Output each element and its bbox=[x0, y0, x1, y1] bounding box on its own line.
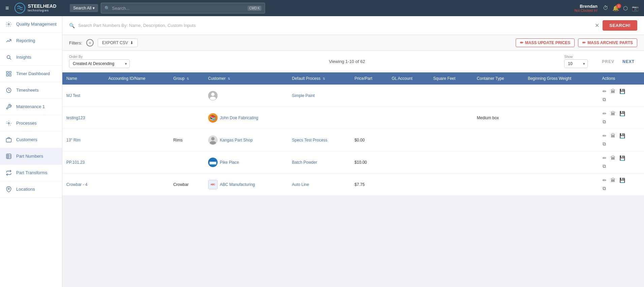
part-name-cell: MJ Test bbox=[62, 85, 104, 107]
customer-avatar: 📚 bbox=[208, 113, 218, 123]
container-type-cell bbox=[473, 85, 524, 107]
customer-link[interactable]: Kangas Part Shop bbox=[220, 138, 253, 142]
sidebar-item-part-transforms[interactable]: Part Transforms bbox=[0, 165, 62, 181]
copy-button[interactable]: ⧉ bbox=[602, 96, 607, 103]
hamburger-menu[interactable]: ≡ bbox=[5, 5, 9, 12]
square-feet-cell bbox=[429, 107, 473, 129]
part-name-link[interactable]: Crowbar - 4 bbox=[66, 182, 88, 187]
mass-update-prices-button[interactable]: ✏ MASS UPDATE PRICES bbox=[516, 38, 575, 47]
edit-button[interactable]: ✏ bbox=[602, 177, 607, 184]
actions-cell: ✏ 🏛 💾 ⧉ bbox=[598, 151, 644, 173]
bell-icon[interactable]: 🔔0 bbox=[612, 5, 619, 11]
save-button[interactable]: 💾 bbox=[619, 155, 626, 161]
svg-point-9 bbox=[8, 123, 10, 124]
customer-link[interactable]: ABC Manufacturing bbox=[220, 182, 255, 187]
archive-button[interactable]: 🏛 bbox=[610, 132, 616, 139]
data-table: Name Accounting ID/Name Group ⇅ Customer… bbox=[62, 72, 644, 287]
customer-avatar bbox=[208, 91, 218, 100]
controls-right: Show 10 25 50 100 PREV NEXT bbox=[564, 55, 637, 68]
export-csv-button[interactable]: EXPORT CSV ⬇ bbox=[98, 38, 138, 47]
search-scope-button[interactable]: Search All ▾ bbox=[70, 4, 98, 12]
part-search-input[interactable] bbox=[78, 23, 591, 28]
top-search-input[interactable] bbox=[112, 6, 248, 11]
copy-button[interactable]: ⧉ bbox=[602, 140, 607, 148]
svg-rect-21 bbox=[210, 160, 216, 162]
export-csv-label: EXPORT CSV bbox=[102, 40, 128, 45]
copy-button[interactable]: ⧉ bbox=[602, 163, 607, 170]
part-name-link[interactable]: 13" Rim bbox=[66, 138, 80, 142]
filters-label: Filters: bbox=[69, 40, 82, 45]
search-button[interactable]: SEARCH! bbox=[603, 20, 637, 31]
logo-icon bbox=[14, 3, 25, 13]
svg-rect-5 bbox=[9, 71, 11, 73]
col-square-feet: Square Feet bbox=[429, 72, 473, 85]
edit-button[interactable]: ✏ bbox=[602, 88, 607, 95]
sidebar-item-processes[interactable]: Processes bbox=[0, 115, 62, 132]
table-row: 13" Rim Rims Kangas Part Shop Specs Te bbox=[62, 129, 644, 151]
show-select[interactable]: 10 25 50 100 bbox=[564, 59, 588, 68]
save-button[interactable]: 💾 bbox=[619, 88, 626, 95]
copy-button[interactable]: ⧉ bbox=[602, 118, 607, 125]
wrench-icon bbox=[5, 103, 12, 110]
edit-button[interactable]: ✏ bbox=[602, 110, 607, 117]
part-name-link[interactable]: testing123 bbox=[66, 116, 85, 120]
camera-icon[interactable]: 📷 bbox=[632, 5, 639, 11]
save-button[interactable]: 💾 bbox=[619, 132, 626, 139]
sidebar-item-quality-management[interactable]: Quality Management bbox=[0, 16, 62, 33]
part-name-link[interactable]: MJ Test bbox=[66, 93, 80, 98]
svg-line-3 bbox=[10, 58, 11, 60]
customer-link[interactable]: Pike Place bbox=[220, 160, 239, 165]
archive-button[interactable]: 🏛 bbox=[610, 110, 616, 117]
sidebar-item-insights[interactable]: Insights bbox=[0, 49, 62, 66]
add-filter-button[interactable]: + bbox=[86, 39, 94, 46]
next-button[interactable]: NEXT bbox=[620, 58, 637, 65]
process-link[interactable]: Specs Test Process bbox=[292, 138, 327, 142]
edit-button[interactable]: ✏ bbox=[602, 132, 607, 139]
col-price-part: Price/Part bbox=[351, 72, 388, 85]
prev-button[interactable]: PREV bbox=[599, 58, 617, 65]
mass-archive-parts-button[interactable]: ✏ MASS ARCHIVE PARTS bbox=[578, 38, 637, 47]
container-type-cell: Medium box bbox=[473, 107, 524, 129]
gl-account-cell bbox=[388, 173, 429, 196]
gl-account-cell bbox=[388, 85, 429, 107]
part-name-cell: PP.101.23 bbox=[62, 151, 104, 173]
archive-button[interactable]: 🏛 bbox=[610, 88, 616, 95]
sidebar-item-timer-dashboard[interactable]: Timer Dashboard bbox=[0, 66, 62, 82]
customer-cell bbox=[204, 85, 288, 107]
process-link[interactable]: Batch Powder bbox=[292, 160, 317, 165]
col-group: Group ⇅ bbox=[169, 72, 204, 85]
archive-button[interactable]: 🏛 bbox=[610, 155, 616, 161]
customer-cell: Kangas Part Shop bbox=[204, 129, 288, 151]
customer-link[interactable]: John Doe Fabricating bbox=[220, 116, 258, 120]
save-button[interactable]: 💾 bbox=[619, 110, 626, 117]
default-process-cell bbox=[288, 107, 351, 129]
copy-button[interactable]: ⧉ bbox=[602, 185, 607, 192]
archive-button[interactable]: 🏛 bbox=[610, 177, 616, 184]
save-button[interactable]: 💾 bbox=[619, 177, 626, 184]
sidebar-item-part-numbers[interactable]: Part Numbers bbox=[0, 148, 62, 165]
show-wrapper: 10 25 50 100 bbox=[564, 59, 588, 68]
square-feet-cell bbox=[429, 129, 473, 151]
sidebar-item-maintenance[interactable]: Maintenance 1 bbox=[0, 99, 62, 115]
process-link[interactable]: Simple Paint bbox=[292, 93, 315, 98]
search-clear-button[interactable]: ✕ bbox=[595, 22, 599, 29]
accounting-id-cell bbox=[104, 173, 169, 196]
sidebar-item-timesheets[interactable]: Timesheets bbox=[0, 82, 62, 99]
process-link[interactable]: Auto Line bbox=[292, 182, 309, 187]
customer-sort-icon: ⇅ bbox=[228, 77, 230, 81]
logout-icon[interactable]: ⬡ bbox=[623, 5, 628, 11]
edit-button[interactable]: ✏ bbox=[602, 155, 607, 161]
sidebar-item-customers[interactable]: Customers bbox=[0, 132, 62, 148]
sidebar-item-locations[interactable]: Locations bbox=[0, 181, 62, 198]
part-name-cell: Crowbar - 4 bbox=[62, 173, 104, 196]
square-feet-cell bbox=[429, 173, 473, 196]
sidebar-item-reporting[interactable]: Reporting bbox=[0, 33, 62, 49]
grid-icon bbox=[5, 70, 12, 77]
order-by-label: Order By bbox=[69, 55, 130, 59]
table-row: Crowbar - 4 Crowbar ABC ABC Manufacturi bbox=[62, 173, 644, 196]
order-by-select[interactable]: Created At Descending Created At Ascendi… bbox=[69, 59, 130, 68]
content-area: 🔍 ✕ SEARCH! Filters: + EXPORT CSV ⬇ ✏ MA… bbox=[62, 16, 644, 287]
time-icon[interactable]: ⏱ bbox=[603, 5, 608, 11]
show-group: Show 10 25 50 100 bbox=[564, 55, 588, 68]
part-name-link[interactable]: PP.101.23 bbox=[66, 160, 85, 165]
